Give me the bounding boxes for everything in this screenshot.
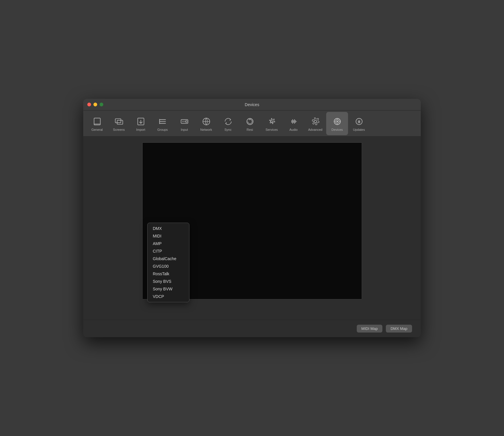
window-title: Devices xyxy=(245,102,259,107)
toolbar-item-sync[interactable]: Sync xyxy=(217,112,239,135)
svg-point-29 xyxy=(336,121,338,122)
groups-icon xyxy=(157,116,168,127)
dropdown-menu: DMX MIDI AMP CITP GlobalCache GVG100 Ros… xyxy=(147,223,189,302)
titlebar: Devices xyxy=(83,99,421,110)
bottom-bar: MIDI Map DMX Map xyxy=(83,320,421,337)
network-icon xyxy=(201,116,212,127)
toolbar-item-audio[interactable]: Audio xyxy=(283,112,304,135)
sync-icon xyxy=(223,116,233,127)
sync-label: Sync xyxy=(224,128,231,131)
toolbar-item-import[interactable]: Import xyxy=(130,112,152,135)
resi-icon xyxy=(245,116,255,127)
dropdown-item-midi[interactable]: MIDI xyxy=(148,232,189,240)
app-window: Devices General Screens xyxy=(83,99,421,337)
svg-rect-14 xyxy=(186,120,187,122)
dropdown-item-sony-bvw[interactable]: Sony BVW xyxy=(148,285,189,293)
screens-icon xyxy=(114,116,124,127)
audio-icon xyxy=(288,116,299,127)
audio-label: Audio xyxy=(289,128,297,131)
dropdown-item-dmx[interactable]: DMX xyxy=(148,225,189,232)
general-label: General xyxy=(91,128,103,131)
dropdown-item-citp[interactable]: CITP xyxy=(148,247,189,255)
toolbar: General Screens Import xyxy=(83,110,421,137)
devices-icon xyxy=(332,116,342,127)
dropdown-item-rosstalk[interactable]: RossTalk xyxy=(148,270,189,278)
toolbar-item-groups[interactable]: Groups xyxy=(152,112,173,135)
dropdown-item-vdcp[interactable]: VDCP xyxy=(148,293,189,300)
minimize-button[interactable] xyxy=(93,103,97,106)
toolbar-item-general[interactable]: General xyxy=(86,112,108,135)
toolbar-item-services[interactable]: Services xyxy=(261,112,283,135)
resi-label: Resi xyxy=(246,128,253,131)
updates-label: Updates xyxy=(353,128,365,131)
toolbar-item-devices[interactable]: Devices xyxy=(326,112,348,135)
advanced-icon xyxy=(310,116,321,127)
tablet-icon xyxy=(92,116,102,127)
dropdown-item-gvg100[interactable]: GVG100 xyxy=(148,262,189,270)
screens-label: Screens xyxy=(113,128,125,131)
toolbar-item-advanced[interactable]: Advanced xyxy=(304,112,326,135)
toolbar-item-updates[interactable]: Updates xyxy=(348,112,370,135)
toolbar-item-resi[interactable]: Resi xyxy=(239,112,261,135)
svg-point-26 xyxy=(314,120,317,123)
toolbar-item-network[interactable]: Network xyxy=(195,112,217,135)
svg-point-18 xyxy=(271,120,272,122)
services-label: Services xyxy=(265,128,278,131)
advanced-label: Advanced xyxy=(308,128,322,131)
updates-icon xyxy=(354,116,364,127)
svg-rect-3 xyxy=(117,120,123,124)
dropdown-item-amp[interactable]: AMP xyxy=(148,240,189,247)
network-label: Network xyxy=(200,128,212,131)
devices-label: Devices xyxy=(331,128,343,131)
toolbar-item-screens[interactable]: Screens xyxy=(108,112,130,135)
dropdown-item-sony-bvs[interactable]: Sony BVS xyxy=(148,278,189,285)
close-button[interactable] xyxy=(87,103,91,106)
import-icon xyxy=(136,116,146,127)
maximize-button[interactable] xyxy=(100,103,103,106)
dropdown-item-globalcache[interactable]: GlobalCache xyxy=(148,255,189,262)
main-content: DMX MIDI AMP CITP GlobalCache GVG100 Ros… xyxy=(83,137,421,320)
input-icon xyxy=(179,116,190,127)
traffic-lights xyxy=(87,103,103,106)
services-icon xyxy=(267,116,277,127)
toolbar-item-input[interactable]: Input xyxy=(173,112,195,135)
groups-label: Groups xyxy=(157,128,168,131)
import-label: Import xyxy=(136,128,145,131)
dmx-map-button[interactable]: DMX Map xyxy=(386,325,412,333)
svg-rect-2 xyxy=(115,119,121,123)
input-label: Input xyxy=(181,128,188,131)
midi-map-button[interactable]: MIDI Map xyxy=(357,325,382,333)
